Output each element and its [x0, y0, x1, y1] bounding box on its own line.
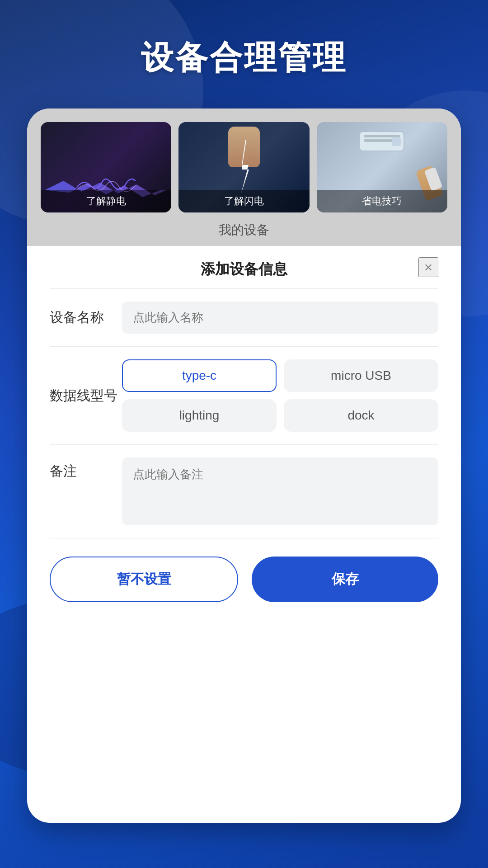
- cable-option-dock[interactable]: dock: [284, 399, 438, 432]
- skip-button[interactable]: 暂不设置: [50, 557, 238, 602]
- top-section: 了解静电 了解闪电: [27, 108, 461, 246]
- dialog-title: 添加设备信息: [201, 259, 287, 279]
- notes-label: 备注: [50, 458, 122, 481]
- thumbnail-label-2: 省电技巧: [317, 190, 447, 212]
- ac-control: [392, 137, 401, 146]
- thumbnail-label-1: 了解闪电: [178, 190, 309, 212]
- thumbnail-lightning[interactable]: 了解闪电: [178, 122, 309, 212]
- cable-type-label: 数据线型号: [50, 387, 122, 405]
- device-name-label: 设备名称: [50, 308, 122, 327]
- notes-input[interactable]: [122, 458, 438, 525]
- device-name-row: 设备名称: [50, 289, 438, 347]
- main-card: 了解静电 了解闪电: [27, 108, 461, 823]
- cable-types-grid: type-c micro USB lighting dock: [122, 359, 438, 432]
- lightning-svg: [233, 140, 255, 194]
- buttons-row: 暂不设置 保存: [50, 538, 438, 602]
- thumbnail-label-0: 了解静电: [41, 190, 171, 212]
- thumbnail-static[interactable]: 了解静电: [41, 122, 171, 212]
- cable-type-row: 数据线型号 type-c micro USB lighting dock: [50, 347, 438, 445]
- notes-row: 备注: [50, 445, 438, 538]
- dialog-area: 添加设备信息 × 设备名称 数据线型号 type-c micro USB lig…: [27, 246, 461, 620]
- close-button[interactable]: ×: [418, 257, 438, 277]
- my-devices-bar: 我的设备: [41, 212, 447, 246]
- ac-unit: [359, 131, 404, 151]
- cable-option-lighting[interactable]: lighting: [122, 399, 277, 432]
- dialog-title-row: 添加设备信息 ×: [50, 246, 438, 289]
- thumbnail-power[interactable]: 省电技巧: [317, 122, 447, 212]
- page-title: 设备合理管理: [0, 36, 488, 80]
- thumbnails-row: 了解静电 了解闪电: [41, 122, 447, 212]
- cable-option-micro-usb[interactable]: micro USB: [284, 359, 438, 392]
- cable-option-type-c[interactable]: type-c: [122, 359, 277, 392]
- save-button[interactable]: 保存: [252, 557, 438, 602]
- svg-marker-0: [241, 140, 249, 194]
- device-name-input[interactable]: [122, 302, 438, 334]
- my-devices-label: 我的设备: [219, 223, 269, 237]
